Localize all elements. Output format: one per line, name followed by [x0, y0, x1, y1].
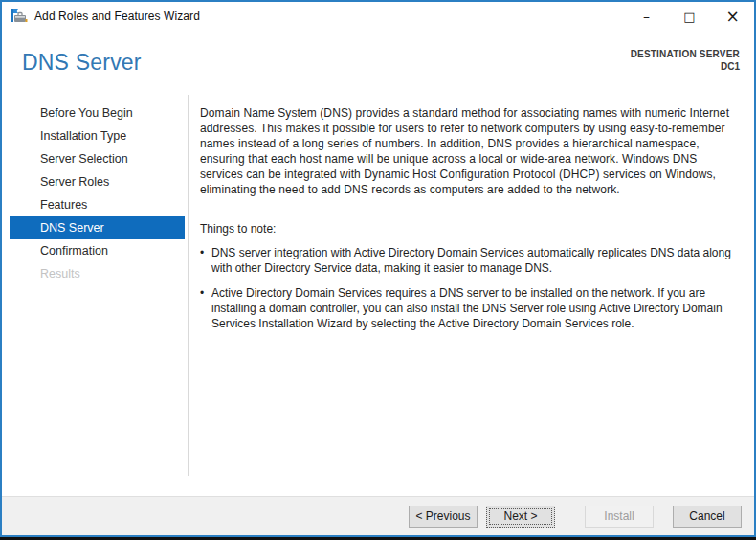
dns-intro-paragraph: Domain Name System (DNS) provides a stan…: [200, 105, 737, 197]
nav-item-features[interactable]: Features: [2, 193, 189, 216]
nav-item-results: Results: [2, 262, 189, 285]
window-title: Add Roles and Features Wizard: [34, 10, 200, 23]
wizard-window: Add Roles and Features Wizard – □ × DNS …: [0, 0, 756, 537]
close-button[interactable]: ×: [711, 2, 754, 31]
things-to-note-heading: Things to note:: [200, 222, 737, 236]
nav-item-server-selection[interactable]: Server Selection: [2, 147, 189, 170]
destination-server-value: DC1: [631, 61, 740, 72]
page-title: DNS Server: [22, 50, 142, 95]
nav-item-server-roles[interactable]: Server Roles: [2, 170, 189, 193]
nav-item-confirmation[interactable]: Confirmation: [2, 239, 189, 262]
note-bullet-list: • DNS server integration with Active Dir…: [200, 245, 732, 331]
list-item: • Active Directory Domain Services requi…: [200, 285, 732, 331]
previous-button[interactable]: < Previous: [409, 506, 478, 528]
wizard-content: Domain Name System (DNS) provides a stan…: [189, 95, 754, 497]
bullet-text-ad-integration: DNS server integration with Active Direc…: [211, 245, 732, 276]
destination-server-label: DESTINATION SERVER: [631, 49, 740, 59]
wizard-nav: Before You Begin Installation Type Serve…: [2, 95, 189, 497]
nav-item-installation-type[interactable]: Installation Type: [2, 124, 189, 147]
nav-item-dns-server[interactable]: DNS Server: [10, 216, 185, 239]
next-button[interactable]: Next >: [486, 506, 555, 528]
wizard-main: Before You Begin Installation Type Serve…: [2, 95, 754, 497]
titlebar: Add Roles and Features Wizard – □ ×: [2, 2, 754, 31]
maximize-button[interactable]: □: [668, 2, 711, 31]
bullet-icon: •: [200, 245, 211, 276]
bullet-text-adds-requires-dns: Active Directory Domain Services require…: [211, 285, 732, 331]
destination-server-block: DESTINATION SERVER DC1: [631, 49, 740, 95]
nav-item-before-you-begin[interactable]: Before You Begin: [2, 101, 189, 124]
install-button: Install: [585, 506, 654, 528]
cancel-button[interactable]: Cancel: [673, 506, 742, 528]
server-manager-icon: [11, 9, 28, 24]
screen-frame: Add Roles and Features Wizard – □ × DNS …: [0, 0, 756, 540]
wizard-header: DNS Server DESTINATION SERVER DC1: [2, 31, 754, 95]
list-item: • DNS server integration with Active Dir…: [200, 245, 732, 276]
bullet-icon: •: [200, 285, 211, 331]
wizard-footer: < Previous Next > Install Cancel: [2, 496, 754, 535]
minimize-button[interactable]: –: [625, 2, 668, 31]
